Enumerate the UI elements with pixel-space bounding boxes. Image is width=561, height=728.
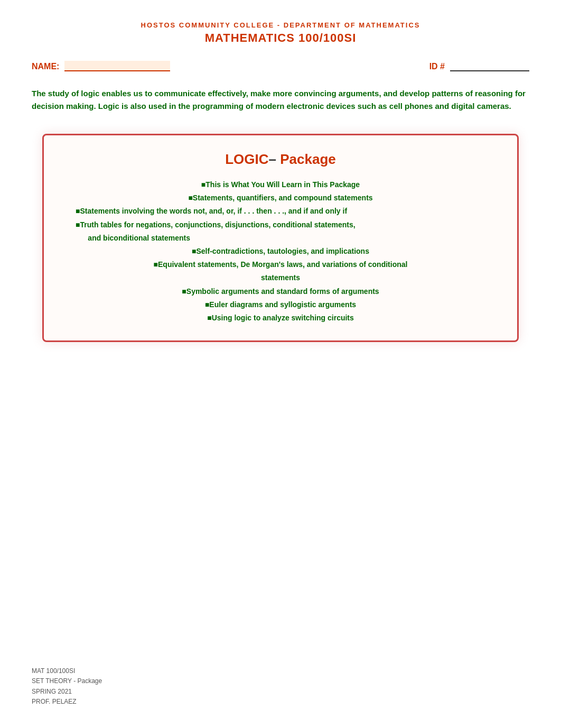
id-input-line[interactable] xyxy=(450,61,529,71)
learn-item-1: ■Statements, quantifiers, and compound s… xyxy=(65,191,496,205)
page: HOSTOS COMMUNITY COLLEGE - DEPARTMENT OF… xyxy=(0,0,561,728)
footer-line2: SET THEORY - Package xyxy=(32,676,102,686)
logic-box-title: LOGIC– Package xyxy=(65,151,496,168)
learn-item-4: ■Self-contradictions, tautologies, and i… xyxy=(65,245,496,258)
learn-item-6: ■Symbolic arguments and standard forms o… xyxy=(65,285,496,298)
name-label: NAME: xyxy=(32,62,59,71)
name-input-line[interactable] xyxy=(64,61,170,71)
learn-item-2: ■Statements involving the words not, and… xyxy=(76,205,496,218)
logic-title-part2: Package xyxy=(280,151,336,167)
learn-header: ■This is What You Will Learn in This Pac… xyxy=(65,178,496,191)
learn-item-3: ■Truth tables for negations, conjunction… xyxy=(76,218,496,245)
id-section: ID # xyxy=(429,61,529,71)
logic-title-part1: LOGIC xyxy=(225,151,268,167)
footer-line3: SPRING 2021 xyxy=(32,687,102,697)
learn-item-5: ■Equivalent statements, De Morgan's laws… xyxy=(65,258,496,284)
header-subtitle: HOSTOS COMMUNITY COLLEGE - DEPARTMENT OF… xyxy=(32,21,529,29)
learn-item-8: ■Using logic to analyze switching circui… xyxy=(65,311,496,325)
footer-line4: PROF. PELAEZ xyxy=(32,697,102,707)
intro-paragraph: The study of logic enables us to communi… xyxy=(32,87,529,113)
header: HOSTOS COMMUNITY COLLEGE - DEPARTMENT OF… xyxy=(32,21,529,45)
name-section: NAME: xyxy=(32,61,170,71)
name-id-row: NAME: ID # xyxy=(32,61,529,71)
footer-line1: MAT 100/100SI xyxy=(32,666,102,676)
id-label: ID # xyxy=(429,62,445,71)
footer: MAT 100/100SI SET THEORY - Package SPRIN… xyxy=(32,666,102,707)
logic-title-dash: – xyxy=(269,151,276,167)
logic-box: LOGIC– Package ■This is What You Will Le… xyxy=(42,134,519,342)
intro-text: The study of logic enables us to communi… xyxy=(32,87,529,113)
learn-item-7: ■Euler diagrams and syllogistic argument… xyxy=(65,298,496,311)
header-title: MATHEMATICS 100/100SI xyxy=(32,31,529,45)
